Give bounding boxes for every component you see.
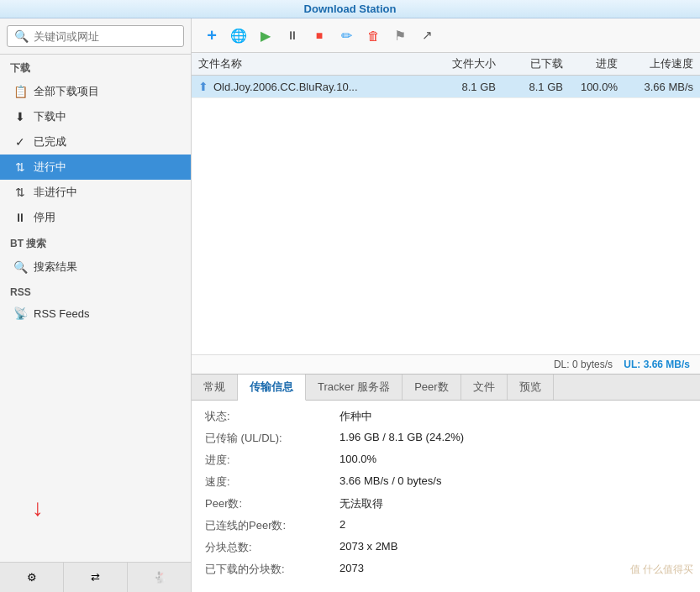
add-url-button[interactable]: 🌐 — [227, 24, 250, 47]
file-downloaded: 8.1 GB — [496, 81, 563, 93]
file-list-header: 文件名称 文件大小 已下载 进度 上传速度 — [192, 53, 700, 76]
info-value: 作种中 — [339, 409, 372, 424]
dl-status: DL: 0 bytes/s — [554, 359, 613, 370]
sidebar-item-rss-feeds[interactable]: 📡RSS Feeds — [0, 301, 191, 325]
all-label: 全部下载项目 — [34, 84, 99, 99]
settings-button[interactable]: ⚙ — [0, 563, 64, 592]
search-input[interactable] — [34, 30, 176, 43]
sidebar-item-search-results[interactable]: 🔍搜索结果 — [0, 254, 191, 280]
info-label: 速度: — [205, 474, 339, 490]
toolbar: + 🌐 ▶ ⏸ ■ ✏ 🗑 ⚑ ↗ — [192, 18, 700, 53]
rss-feeds-label: RSS Feeds — [34, 307, 89, 320]
tab-content: 状态:作种中已传输 (UL/DL):1.96 GB / 8.1 GB (24.2… — [192, 401, 700, 592]
info-row: 状态:作种中 — [205, 409, 687, 424]
settings-icon: ⚙ — [27, 571, 37, 584]
info-row: 已传输 (UL/DL):1.96 GB / 8.1 GB (24.2%) — [205, 431, 687, 446]
search-wrap[interactable]: 🔍 — [7, 25, 184, 47]
switch-icon: ⇄ — [91, 571, 100, 584]
sidebar-item-active[interactable]: ⇅进行中 — [0, 155, 191, 180]
tab-peers[interactable]: Peer数 — [403, 375, 461, 400]
file-rows: ⬆Old.Joy.2006.CC.BluRay.10... 8.1 GB 8.1… — [192, 76, 700, 98]
info-label: 状态: — [205, 409, 339, 424]
section-label-BT 搜索: BT 搜索 — [0, 230, 191, 254]
active-icon: ⇅ — [13, 160, 27, 174]
sidebar-item-all[interactable]: 📋全部下载项目 — [0, 79, 191, 104]
speed-button[interactable]: 🐇 — [128, 563, 191, 592]
app-title: Download Station — [304, 3, 397, 15]
file-size: 8.1 GB — [429, 81, 496, 93]
search-bar: 🔍 — [0, 18, 191, 55]
sidebar-item-completed[interactable]: ✓已完成 — [0, 129, 191, 155]
delete-button[interactable]: 🗑 — [361, 24, 385, 47]
stop-button[interactable]: ■ — [308, 24, 331, 47]
paused-label: 停用 — [34, 210, 55, 225]
file-speed: 3.66 MB/s — [618, 81, 693, 93]
col-name-header: 文件名称 — [198, 56, 429, 71]
info-label: Peer数: — [205, 496, 339, 511]
file-progress: 100.0% — [563, 81, 618, 93]
file-name: ⬆Old.Joy.2006.CC.BluRay.10... — [198, 80, 429, 93]
sidebar: 🔍 下载📋全部下载项目⬇下载中✓已完成⇅进行中⇅非进行中⏸停用BT 搜索🔍搜索结… — [0, 18, 192, 592]
inactive-icon: ⇅ — [13, 186, 27, 199]
arrow-indicator: ↓ — [32, 495, 44, 521]
tabs-area: 常规传输信息Tracker 服务器Peer数文件预览 状态:作种中已传输 (UL… — [192, 374, 700, 592]
downloading-icon: ⬇ — [13, 110, 27, 123]
pause-button[interactable]: ⏸ — [281, 24, 304, 47]
main-layout: 🔍 下载📋全部下载项目⬇下载中✓已完成⇅进行中⇅非进行中⏸停用BT 搜索🔍搜索结… — [0, 18, 700, 592]
sidebar-bottom: ⚙ ⇄ 🐇 — [0, 562, 191, 592]
sidebar-sections: 下载📋全部下载项目⬇下载中✓已完成⇅进行中⇅非进行中⏸停用BT 搜索🔍搜索结果R… — [0, 55, 191, 325]
info-row: 速度:3.66 MB/s / 0 bytes/s — [205, 474, 687, 490]
rss-feeds-icon: 📡 — [13, 306, 27, 320]
file-icon: ⬆ — [198, 80, 208, 93]
info-label: 已传输 (UL/DL): — [205, 431, 339, 446]
info-row: 已连线的Peer数:2 — [205, 518, 687, 533]
search-results-icon: 🔍 — [13, 260, 27, 274]
tab-files[interactable]: 文件 — [461, 375, 508, 400]
info-value: 无法取得 — [339, 496, 383, 511]
tab-tracker[interactable]: Tracker 服务器 — [306, 375, 403, 400]
all-icon: 📋 — [13, 85, 27, 98]
sidebar-item-paused[interactable]: ⏸停用 — [0, 205, 191, 230]
info-label: 进度: — [205, 453, 339, 468]
info-row: 已下载的分块数:2073 — [205, 562, 687, 577]
switch-button[interactable]: ⇄ — [64, 563, 128, 592]
inactive-label: 非进行中 — [34, 185, 77, 200]
col-speed-header: 上传速度 — [618, 56, 693, 71]
section-label-下载: 下载 — [0, 55, 191, 79]
tab-preview[interactable]: 预览 — [508, 375, 554, 400]
info-label: 已下载的分块数: — [205, 562, 339, 577]
info-value: 2 — [339, 518, 345, 533]
share-button[interactable]: ↗ — [415, 24, 439, 47]
info-value: 2073 — [339, 562, 364, 577]
search-results-label: 搜索结果 — [34, 259, 77, 275]
info-label: 分块总数: — [205, 540, 339, 555]
sidebar-item-inactive[interactable]: ⇅非进行中 — [0, 180, 191, 205]
info-value: 100.0% — [339, 453, 376, 468]
completed-icon: ✓ — [13, 135, 27, 149]
info-row: Peer数:无法取得 — [205, 496, 687, 511]
col-downloaded-header: 已下载 — [496, 56, 563, 71]
sidebar-item-downloading[interactable]: ⬇下载中 — [0, 104, 191, 129]
tab-general[interactable]: 常规 — [192, 375, 238, 400]
paused-icon: ⏸ — [13, 211, 27, 224]
info-value: 3.66 MB/s / 0 bytes/s — [339, 474, 441, 490]
file-list-area: 文件名称 文件大小 已下载 进度 上传速度 ⬆Old.Joy.2006.CC.B… — [192, 53, 700, 354]
info-label: 已连线的Peer数: — [205, 518, 339, 533]
move-button[interactable]: ⚑ — [388, 24, 412, 47]
downloading-label: 下载中 — [34, 109, 66, 124]
sidebar-spacer — [0, 325, 191, 562]
add-button[interactable]: + — [200, 24, 224, 47]
active-label: 进行中 — [34, 160, 66, 175]
resume-button[interactable]: ▶ — [254, 24, 277, 47]
content-area: + 🌐 ▶ ⏸ ■ ✏ 🗑 ⚑ ↗ 文件名称 文件大小 已下载 进度 上传速度 … — [192, 18, 700, 592]
detail-tabs: 常规传输信息Tracker 服务器Peer数文件预览 — [192, 375, 700, 401]
info-row: 进度:100.0% — [205, 453, 687, 468]
edit-button[interactable]: ✏ — [334, 24, 358, 47]
completed-label: 已完成 — [34, 134, 66, 149]
tab-transfer[interactable]: 传输信息 — [238, 375, 306, 401]
search-icon: 🔍 — [14, 29, 29, 43]
info-row: 分块总数:2073 x 2MB — [205, 540, 687, 555]
ul-status: UL: 3.66 MB/s — [624, 359, 690, 370]
section-label-RSS: RSS — [0, 280, 191, 301]
table-row[interactable]: ⬆Old.Joy.2006.CC.BluRay.10... 8.1 GB 8.1… — [192, 76, 700, 98]
